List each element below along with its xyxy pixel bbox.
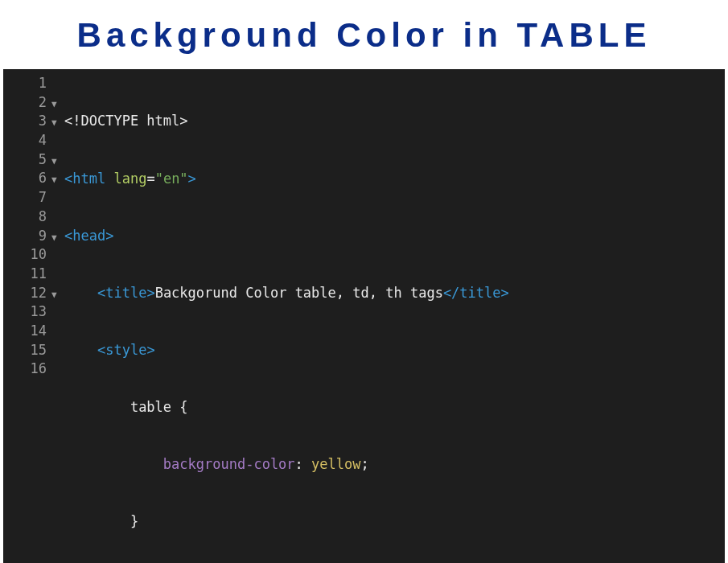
line-number: 2 — [3, 93, 47, 113]
line-number: 12 — [3, 284, 47, 303]
fold-icon[interactable]: ▼ — [51, 113, 57, 133]
line-number: 14 — [3, 322, 47, 341]
line-number: 4 — [3, 131, 47, 150]
fold-icon[interactable]: ▼ — [51, 228, 57, 248]
line-number: 9 — [3, 227, 47, 246]
line-number: 6 — [3, 169, 47, 188]
code-line: <html lang="en"> — [64, 170, 509, 189]
code-line: <title>Backgorund Color table, td, th ta… — [64, 284, 509, 303]
line-number: 5 — [3, 150, 47, 170]
line-number: 8 — [3, 208, 47, 227]
line-gutter: 1 2 3 4 5 6 7 8 9 10 11 12 13 14 15 16 — [3, 74, 51, 563]
code-line: table { — [64, 398, 509, 417]
page-title: Background Color in TABLE — [0, 0, 728, 69]
fold-gutter: ▼ ▼ ▼ ▼ ▼ ▼ — [51, 74, 64, 563]
code-line: } — [64, 512, 509, 532]
fold-icon[interactable]: ▼ — [51, 152, 57, 171]
code-line: background-color: yellow; — [64, 455, 509, 475]
fold-icon[interactable]: ▼ — [51, 286, 57, 305]
line-number: 13 — [3, 302, 47, 322]
code-line: <head> — [64, 227, 509, 246]
code-line: <!DOCTYPE html> — [64, 112, 509, 131]
line-number: 15 — [3, 341, 47, 360]
code-area[interactable]: <!DOCTYPE html> <html lang="en"> <head> … — [64, 74, 509, 563]
line-number: 10 — [3, 245, 47, 265]
line-number: 11 — [3, 265, 47, 284]
line-number: 3 — [3, 112, 47, 131]
line-number: 7 — [3, 188, 47, 208]
fold-icon[interactable]: ▼ — [51, 171, 57, 190]
code-line: <style> — [64, 341, 509, 360]
line-number: 1 — [3, 74, 47, 93]
code-editor: 1 2 3 4 5 6 7 8 9 10 11 12 13 14 15 16 ▼… — [3, 69, 725, 563]
fold-icon[interactable]: ▼ — [51, 95, 57, 114]
line-number: 16 — [3, 360, 47, 379]
